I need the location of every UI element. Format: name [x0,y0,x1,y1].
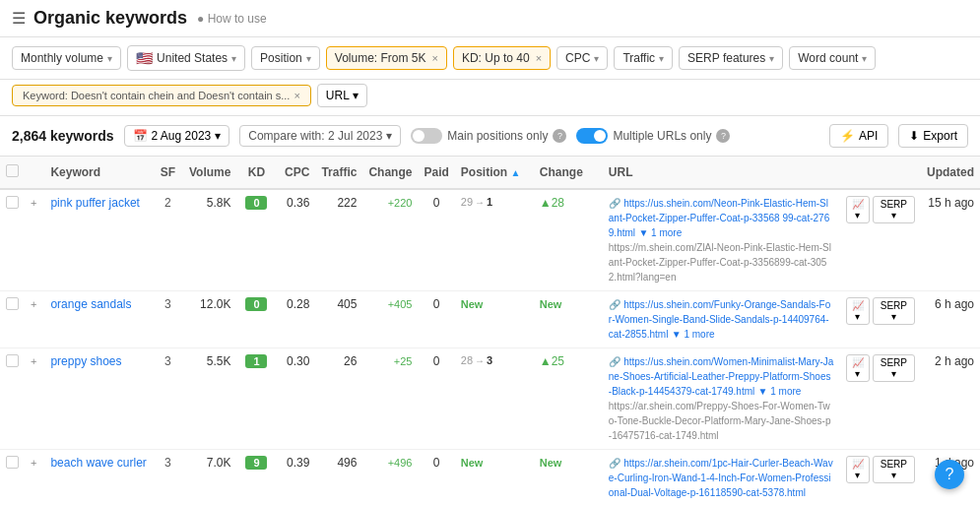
plus-icon[interactable]: + [31,355,36,367]
menu-icon[interactable]: ☰ [12,9,26,28]
position-col-header[interactable]: Position ▲ [455,157,534,189]
plus-icon[interactable]: + [31,457,36,469]
expand-cell[interactable]: + [25,450,44,506]
keyword-link[interactable]: beach wave curler [50,456,146,470]
traffic-filter[interactable]: Traffic ▾ [614,46,673,70]
kd-badge: 0 [245,297,267,311]
api-icon: ⚡ [840,129,855,143]
keyword-cell: pink puffer jacket [44,189,153,291]
keyword-link[interactable]: preppy shoes [50,354,121,368]
updated-cell: 2 h ago [921,348,980,450]
traffic-change-value: +25 [394,355,413,367]
country-filter[interactable]: 🇺🇸 United States ▾ [127,45,245,71]
paid-value: 0 [433,196,440,210]
serp-button[interactable]: SERP ▾ [873,354,915,382]
url-more-link[interactable]: ▼ 1 more [638,227,682,238]
row-checkbox-cell[interactable] [0,450,25,506]
row-checkbox-cell[interactable] [0,348,25,450]
url-col-header[interactable]: URL [603,157,840,189]
table-row: + beach wave curler 3 7.0K 9 0.39 496 +4… [0,450,980,506]
volume-col-header[interactable]: Volume [182,157,236,189]
export-button[interactable]: ⬇ Export [898,124,968,148]
sf-cell: 3 [153,291,182,348]
cpc-cell: 0.36 [276,189,315,291]
us-flag-icon: 🇺🇸 [136,50,153,66]
row-checkbox[interactable] [6,297,19,310]
keyword-cell: orange sandals [44,291,153,348]
row-checkbox[interactable] [6,354,19,367]
volume-filter-tag: Volume: From 5K × [326,46,447,70]
cpc-value: 0.28 [287,297,309,311]
help-link[interactable]: ● How to use [197,12,267,26]
url-link-secondary[interactable]: https://ar.shein.com/Preppy-Shoes-For-Wo… [609,401,831,441]
chart-button[interactable]: 📈▾ [846,354,870,382]
traffic-change-cell: +496 [362,450,418,506]
url-more-link[interactable]: ▼ 1 more [672,329,715,340]
api-button[interactable]: ⚡ API [829,124,888,148]
expand-cell[interactable]: + [25,291,44,348]
url-link[interactable]: https://ar.shein.com/1pc-Hair-Curler-Bea… [609,458,833,498]
url-link-secondary[interactable]: https://m.shein.com/ZlAl-Neon-Pink-Elast… [609,242,831,283]
volume-value: 7.0K [207,456,231,470]
compare-picker[interactable]: Compare with: 2 Jul 2023 ▾ [239,125,401,147]
keyword-col-header[interactable]: Keyword [44,157,153,189]
date-picker[interactable]: 📅 2 Aug 2023 ▾ [124,125,230,147]
url-icon: 🔗 [609,458,621,469]
chart-button[interactable]: 📈▾ [846,196,870,223]
plus-icon[interactable]: + [31,197,36,209]
kd-badge: 1 [245,354,267,368]
action-cell: 📈▾ SERP ▾ [840,348,921,450]
multiple-urls-help-icon[interactable]: ? [716,129,730,143]
position-filter[interactable]: Position ▾ [251,46,320,70]
updated-value: 2 h ago [935,354,974,368]
url-filter[interactable]: URL ▾ [317,84,367,107]
table-body: + pink puffer jacket 2 5.8K 0 0.36 222 +… [0,189,980,505]
sf-col-header[interactable]: SF [153,157,182,189]
pos-from: 29 [461,196,473,208]
cpc-value: 0.36 [287,196,309,210]
pos-change-col-header[interactable]: Change [534,157,603,189]
main-positions-toggle[interactable] [411,128,442,144]
kd-col-header[interactable]: KD [236,157,276,189]
chevron-down-icon: ▾ [231,53,236,64]
select-all-checkbox-header[interactable] [0,157,25,189]
chart-button[interactable]: 📈▾ [846,456,870,483]
cpc-filter[interactable]: CPC ▾ [556,46,608,70]
remove-kd-filter-icon[interactable]: × [536,52,542,64]
traffic-col-header[interactable]: Traffic [315,157,362,189]
serp-button[interactable]: SERP ▾ [873,456,915,483]
url-cell: 🔗 https://us.shein.com/Funky-Orange-Sand… [603,291,840,348]
multiple-urls-toggle[interactable] [576,128,608,144]
serp-button[interactable]: SERP ▾ [873,196,915,223]
traffic-change-col-header[interactable]: Change [362,157,418,189]
row-checkbox[interactable] [6,196,19,209]
url-link[interactable]: https://us.shein.com/Funky-Orange-Sandal… [609,299,830,340]
paid-col-header[interactable]: Paid [418,157,454,189]
row-checkbox[interactable] [6,456,19,469]
plus-icon[interactable]: + [31,298,36,310]
url-icon: 🔗 [609,299,621,310]
keyword-link[interactable]: pink puffer jacket [50,196,140,210]
expand-cell[interactable]: + [25,189,44,291]
select-all-checkbox[interactable] [6,164,19,177]
url-more-link[interactable]: ▼ 1 more [758,386,802,397]
remove-keyword-filter-icon[interactable]: × [294,90,299,101]
row-checkbox-cell[interactable] [0,291,25,348]
word-count-filter[interactable]: Word count ▾ [789,46,876,70]
serp-button[interactable]: SERP ▾ [873,297,915,325]
updated-col-header[interactable]: Updated [921,157,980,189]
chart-button[interactable]: 📈▾ [846,297,870,325]
monthly-volume-filter[interactable]: Monthly volume ▾ [12,46,121,70]
chevron-down-icon: ▾ [107,53,112,64]
traffic-change-value: +220 [388,197,413,209]
main-positions-help-icon[interactable]: ? [553,129,566,143]
cpc-col-header[interactable]: CPC [276,157,315,189]
serp-features-filter[interactable]: SERP features ▾ [679,46,783,70]
help-float-button[interactable]: ? [935,460,964,489]
keyword-link[interactable]: orange sandals [50,297,131,311]
remove-volume-filter-icon[interactable]: × [432,52,438,64]
action-group: 📈▾ SERP ▾ [846,456,915,483]
filters-row-1: Monthly volume ▾ 🇺🇸 United States ▾ Posi… [0,37,980,80]
expand-cell[interactable]: + [25,348,44,450]
row-checkbox-cell[interactable] [0,189,25,291]
